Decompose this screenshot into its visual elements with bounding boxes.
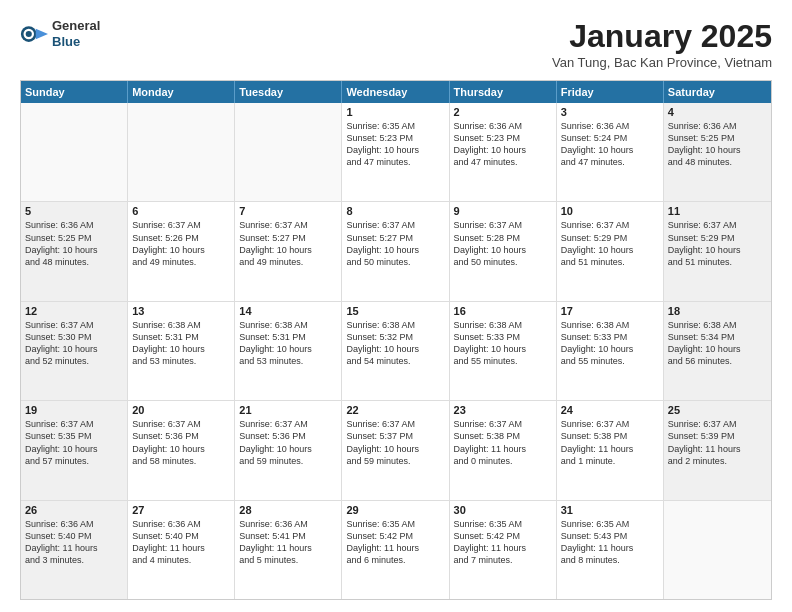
day-number: 25 [668, 404, 767, 416]
day-number: 18 [668, 305, 767, 317]
day-number: 27 [132, 504, 230, 516]
cell-info: Sunrise: 6:38 AM Sunset: 5:33 PM Dayligh… [561, 319, 659, 368]
logo: General Blue [20, 18, 100, 49]
day-header-wednesday: Wednesday [342, 81, 449, 103]
day-number: 21 [239, 404, 337, 416]
cell-info: Sunrise: 6:37 AM Sunset: 5:35 PM Dayligh… [25, 418, 123, 467]
calendar-week-2: 5Sunrise: 6:36 AM Sunset: 5:25 PM Daylig… [21, 202, 771, 301]
cal-cell: 15Sunrise: 6:38 AM Sunset: 5:32 PM Dayli… [342, 302, 449, 400]
cell-info: Sunrise: 6:37 AM Sunset: 5:29 PM Dayligh… [561, 219, 659, 268]
cell-info: Sunrise: 6:37 AM Sunset: 5:36 PM Dayligh… [132, 418, 230, 467]
calendar-week-3: 12Sunrise: 6:37 AM Sunset: 5:30 PM Dayli… [21, 302, 771, 401]
calendar-body: 1Sunrise: 6:35 AM Sunset: 5:23 PM Daylig… [21, 103, 771, 599]
cal-cell [21, 103, 128, 201]
header: General Blue January 2025 Van Tung, Bac … [20, 18, 772, 70]
cal-cell: 30Sunrise: 6:35 AM Sunset: 5:42 PM Dayli… [450, 501, 557, 599]
calendar-week-1: 1Sunrise: 6:35 AM Sunset: 5:23 PM Daylig… [21, 103, 771, 202]
day-number: 20 [132, 404, 230, 416]
cell-info: Sunrise: 6:36 AM Sunset: 5:23 PM Dayligh… [454, 120, 552, 169]
day-number: 3 [561, 106, 659, 118]
cell-info: Sunrise: 6:37 AM Sunset: 5:26 PM Dayligh… [132, 219, 230, 268]
svg-point-2 [26, 31, 32, 37]
day-header-monday: Monday [128, 81, 235, 103]
cal-cell: 29Sunrise: 6:35 AM Sunset: 5:42 PM Dayli… [342, 501, 449, 599]
cal-cell: 23Sunrise: 6:37 AM Sunset: 5:38 PM Dayli… [450, 401, 557, 499]
cal-cell: 26Sunrise: 6:36 AM Sunset: 5:40 PM Dayli… [21, 501, 128, 599]
cell-info: Sunrise: 6:37 AM Sunset: 5:38 PM Dayligh… [454, 418, 552, 467]
cal-cell: 25Sunrise: 6:37 AM Sunset: 5:39 PM Dayli… [664, 401, 771, 499]
cal-cell: 24Sunrise: 6:37 AM Sunset: 5:38 PM Dayli… [557, 401, 664, 499]
cal-cell: 7Sunrise: 6:37 AM Sunset: 5:27 PM Daylig… [235, 202, 342, 300]
cell-info: Sunrise: 6:37 AM Sunset: 5:36 PM Dayligh… [239, 418, 337, 467]
day-number: 24 [561, 404, 659, 416]
cell-info: Sunrise: 6:35 AM Sunset: 5:42 PM Dayligh… [346, 518, 444, 567]
day-number: 30 [454, 504, 552, 516]
cell-info: Sunrise: 6:35 AM Sunset: 5:42 PM Dayligh… [454, 518, 552, 567]
day-header-friday: Friday [557, 81, 664, 103]
cell-info: Sunrise: 6:38 AM Sunset: 5:32 PM Dayligh… [346, 319, 444, 368]
day-number: 22 [346, 404, 444, 416]
day-header-thursday: Thursday [450, 81, 557, 103]
day-header-saturday: Saturday [664, 81, 771, 103]
cal-cell: 10Sunrise: 6:37 AM Sunset: 5:29 PM Dayli… [557, 202, 664, 300]
cal-cell: 31Sunrise: 6:35 AM Sunset: 5:43 PM Dayli… [557, 501, 664, 599]
cal-cell: 13Sunrise: 6:38 AM Sunset: 5:31 PM Dayli… [128, 302, 235, 400]
day-number: 9 [454, 205, 552, 217]
cal-cell: 22Sunrise: 6:37 AM Sunset: 5:37 PM Dayli… [342, 401, 449, 499]
day-number: 29 [346, 504, 444, 516]
cal-cell [664, 501, 771, 599]
cell-info: Sunrise: 6:36 AM Sunset: 5:24 PM Dayligh… [561, 120, 659, 169]
day-number: 14 [239, 305, 337, 317]
calendar-week-4: 19Sunrise: 6:37 AM Sunset: 5:35 PM Dayli… [21, 401, 771, 500]
cal-cell: 17Sunrise: 6:38 AM Sunset: 5:33 PM Dayli… [557, 302, 664, 400]
cell-info: Sunrise: 6:35 AM Sunset: 5:23 PM Dayligh… [346, 120, 444, 169]
day-number: 11 [668, 205, 767, 217]
day-number: 31 [561, 504, 659, 516]
cal-cell: 18Sunrise: 6:38 AM Sunset: 5:34 PM Dayli… [664, 302, 771, 400]
cell-info: Sunrise: 6:37 AM Sunset: 5:29 PM Dayligh… [668, 219, 767, 268]
cell-info: Sunrise: 6:38 AM Sunset: 5:33 PM Dayligh… [454, 319, 552, 368]
cal-cell: 12Sunrise: 6:37 AM Sunset: 5:30 PM Dayli… [21, 302, 128, 400]
logo-blue: Blue [52, 34, 100, 50]
cell-info: Sunrise: 6:37 AM Sunset: 5:27 PM Dayligh… [346, 219, 444, 268]
title-block: January 2025 Van Tung, Bac Kan Province,… [552, 18, 772, 70]
day-number: 12 [25, 305, 123, 317]
cal-cell: 4Sunrise: 6:36 AM Sunset: 5:25 PM Daylig… [664, 103, 771, 201]
cal-cell [128, 103, 235, 201]
day-number: 17 [561, 305, 659, 317]
day-number: 5 [25, 205, 123, 217]
cell-info: Sunrise: 6:38 AM Sunset: 5:31 PM Dayligh… [239, 319, 337, 368]
cell-info: Sunrise: 6:37 AM Sunset: 5:27 PM Dayligh… [239, 219, 337, 268]
cell-info: Sunrise: 6:37 AM Sunset: 5:39 PM Dayligh… [668, 418, 767, 467]
cal-cell: 1Sunrise: 6:35 AM Sunset: 5:23 PM Daylig… [342, 103, 449, 201]
day-number: 1 [346, 106, 444, 118]
day-number: 13 [132, 305, 230, 317]
cell-info: Sunrise: 6:38 AM Sunset: 5:31 PM Dayligh… [132, 319, 230, 368]
page: General Blue January 2025 Van Tung, Bac … [0, 0, 792, 612]
cell-info: Sunrise: 6:37 AM Sunset: 5:28 PM Dayligh… [454, 219, 552, 268]
cell-info: Sunrise: 6:37 AM Sunset: 5:38 PM Dayligh… [561, 418, 659, 467]
logo-general: General [52, 18, 100, 34]
cal-cell: 19Sunrise: 6:37 AM Sunset: 5:35 PM Dayli… [21, 401, 128, 499]
calendar-header-row: SundayMondayTuesdayWednesdayThursdayFrid… [21, 81, 771, 103]
calendar-week-5: 26Sunrise: 6:36 AM Sunset: 5:40 PM Dayli… [21, 501, 771, 599]
cal-cell: 27Sunrise: 6:36 AM Sunset: 5:40 PM Dayli… [128, 501, 235, 599]
day-header-sunday: Sunday [21, 81, 128, 103]
day-number: 2 [454, 106, 552, 118]
cell-info: Sunrise: 6:37 AM Sunset: 5:30 PM Dayligh… [25, 319, 123, 368]
cal-cell: 20Sunrise: 6:37 AM Sunset: 5:36 PM Dayli… [128, 401, 235, 499]
day-number: 10 [561, 205, 659, 217]
cal-cell: 11Sunrise: 6:37 AM Sunset: 5:29 PM Dayli… [664, 202, 771, 300]
logo-icon [20, 20, 48, 48]
logo-text: General Blue [52, 18, 100, 49]
day-number: 15 [346, 305, 444, 317]
day-header-tuesday: Tuesday [235, 81, 342, 103]
cal-cell: 5Sunrise: 6:36 AM Sunset: 5:25 PM Daylig… [21, 202, 128, 300]
cal-cell: 16Sunrise: 6:38 AM Sunset: 5:33 PM Dayli… [450, 302, 557, 400]
cell-info: Sunrise: 6:36 AM Sunset: 5:40 PM Dayligh… [25, 518, 123, 567]
day-number: 8 [346, 205, 444, 217]
cal-cell: 9Sunrise: 6:37 AM Sunset: 5:28 PM Daylig… [450, 202, 557, 300]
day-number: 28 [239, 504, 337, 516]
day-number: 26 [25, 504, 123, 516]
cal-cell: 14Sunrise: 6:38 AM Sunset: 5:31 PM Dayli… [235, 302, 342, 400]
